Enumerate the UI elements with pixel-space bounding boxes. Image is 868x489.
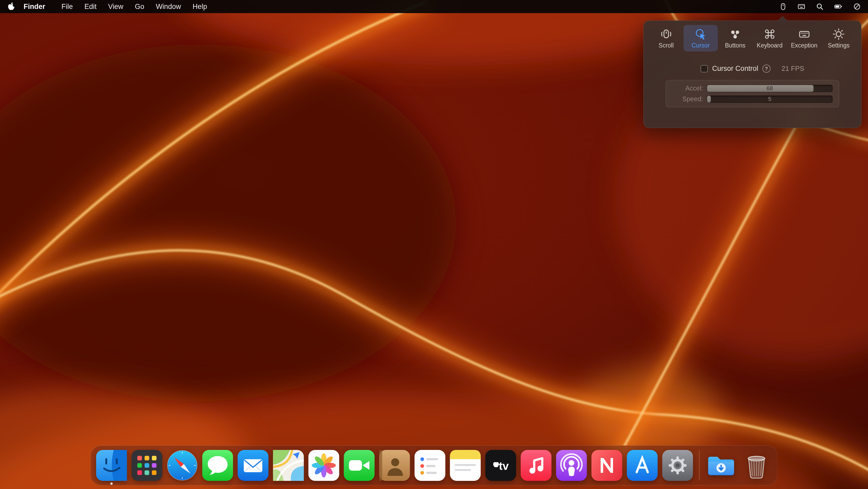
- mouse-utility-popover: Scroll Cursor Buttons Keyboard: [643, 21, 862, 128]
- dock-separator: [699, 451, 700, 480]
- contacts-icon: [379, 450, 410, 481]
- tab-settings-label: Settings: [828, 42, 850, 49]
- command-icon: [764, 28, 776, 40]
- tab-exception-label: Exception: [791, 42, 817, 49]
- cursor-icon: [695, 28, 707, 40]
- buttons-icon: [729, 28, 741, 40]
- dock-item-appstore[interactable]: [627, 450, 658, 481]
- menu-edit[interactable]: Edit: [79, 3, 102, 11]
- dock-item-messages[interactable]: [202, 450, 233, 481]
- menu-view[interactable]: View: [102, 3, 129, 11]
- tv-logo-text: tv: [499, 460, 509, 472]
- dock-item-facetime[interactable]: [344, 450, 375, 481]
- dock-item-music[interactable]: [521, 450, 552, 481]
- menu-file[interactable]: File: [56, 3, 79, 11]
- menu-window[interactable]: Window: [150, 3, 187, 11]
- launchpad-icon: [131, 450, 162, 481]
- downloads-folder-icon: [706, 450, 737, 481]
- photos-icon: [308, 450, 339, 481]
- finder-icon: [96, 450, 127, 481]
- facetime-icon: [344, 450, 375, 481]
- apple-tv-icon: tv: [485, 450, 516, 481]
- input-source-icon[interactable]: [797, 2, 806, 11]
- speed-label: Speed:: [672, 95, 703, 103]
- mouse-utility-icon[interactable]: [779, 2, 787, 11]
- podcasts-icon: [556, 450, 587, 481]
- cursor-control-row: Cursor Control ? 21 FPS: [649, 64, 856, 73]
- finder-running-indicator: [110, 483, 113, 485]
- dock-item-news[interactable]: [591, 450, 622, 481]
- keyboard-icon: [798, 28, 810, 40]
- gear-icon: [833, 28, 845, 40]
- tab-buttons[interactable]: Buttons: [718, 25, 752, 51]
- dock-item-mail[interactable]: [238, 450, 269, 481]
- speed-row: Speed: 5: [672, 95, 833, 103]
- speed-slider[interactable]: 5: [707, 95, 833, 103]
- dock-item-maps[interactable]: [273, 450, 304, 481]
- reminders-icon: [414, 450, 445, 481]
- cursor-control-checkbox[interactable]: [701, 65, 708, 73]
- scroll-icon: [660, 28, 672, 40]
- news-icon: [591, 450, 622, 481]
- menu-bar-left: Finder File Edit View Go Window Help: [7, 2, 213, 11]
- music-icon: [521, 450, 552, 481]
- trash-icon: [741, 450, 772, 481]
- fps-readout: 21 FPS: [781, 64, 804, 73]
- notes-icon: [450, 450, 481, 481]
- dock-item-trash[interactable]: [741, 450, 772, 481]
- maps-icon: [273, 450, 304, 481]
- dock-item-system-settings[interactable]: [662, 450, 693, 481]
- messages-icon: [202, 450, 233, 481]
- dock-item-tv[interactable]: tv: [485, 450, 516, 481]
- dock-item-reminders[interactable]: [414, 450, 445, 481]
- accel-value: 68: [707, 85, 832, 92]
- tab-cursor[interactable]: Cursor: [683, 25, 718, 51]
- safari-icon: [167, 450, 198, 481]
- menu-go[interactable]: Go: [129, 3, 150, 11]
- do-not-disturb-icon[interactable]: [853, 2, 861, 11]
- cursor-settings-groupbox: Accel: 68 Speed: 5: [666, 80, 839, 107]
- menu-help[interactable]: Help: [187, 3, 213, 11]
- dock-item-downloads[interactable]: [706, 450, 737, 481]
- dock-item-photos[interactable]: [308, 450, 339, 481]
- cursor-control-label: Cursor Control: [712, 64, 758, 73]
- help-icon[interactable]: ?: [763, 64, 771, 73]
- tab-scroll[interactable]: Scroll: [649, 25, 683, 51]
- tab-keyboard[interactable]: Keyboard: [752, 25, 787, 51]
- dock-item-notes[interactable]: [450, 450, 481, 481]
- popover-tab-bar: Scroll Cursor Buttons Keyboard: [649, 25, 856, 51]
- tab-cursor-label: Cursor: [692, 42, 710, 49]
- system-settings-icon: [662, 450, 693, 481]
- accel-slider[interactable]: 68: [707, 85, 833, 92]
- apple-menu-icon[interactable]: [7, 2, 16, 11]
- battery-icon[interactable]: [834, 2, 843, 11]
- spotlight-search-icon[interactable]: [815, 2, 824, 11]
- tab-buttons-label: Buttons: [725, 42, 745, 49]
- active-app-name[interactable]: Finder: [24, 3, 45, 11]
- dock-item-launchpad[interactable]: [131, 450, 162, 481]
- tab-scroll-label: Scroll: [659, 42, 674, 49]
- menu-bar-status-area: [779, 2, 861, 11]
- accel-row: Accel: 68: [672, 84, 833, 92]
- dock-item-contacts[interactable]: [379, 450, 410, 481]
- mail-icon: [238, 450, 269, 481]
- tab-exception[interactable]: Exception: [787, 25, 822, 51]
- speed-value: 5: [707, 96, 832, 103]
- dock: tv: [91, 445, 778, 485]
- dock-item-finder[interactable]: [96, 450, 127, 481]
- tab-settings[interactable]: Settings: [822, 25, 856, 51]
- menu-bar: Finder File Edit View Go Window Help: [0, 0, 868, 13]
- accel-label: Accel:: [672, 84, 703, 92]
- dock-item-safari[interactable]: [167, 450, 198, 481]
- app-store-icon: [627, 450, 658, 481]
- tab-keyboard-label: Keyboard: [757, 42, 782, 49]
- dock-item-podcasts[interactable]: [556, 450, 587, 481]
